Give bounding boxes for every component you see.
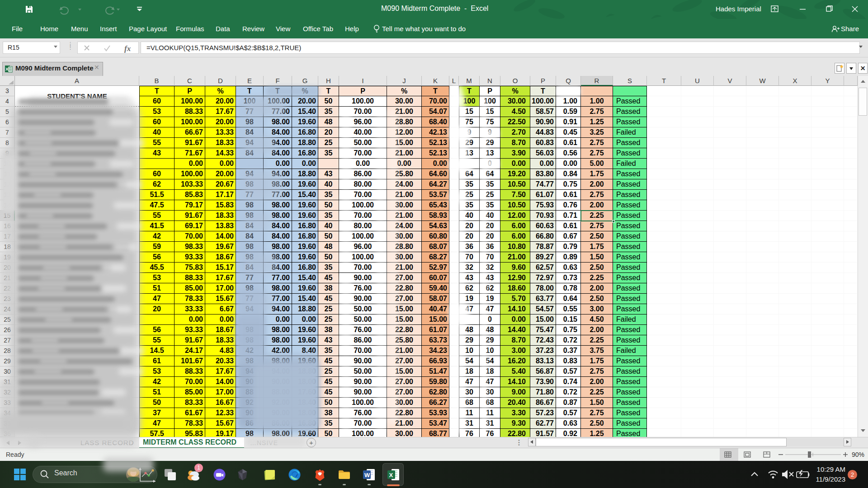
- svg-text:X: X: [5, 66, 9, 71]
- svg-text:X: X: [389, 472, 393, 479]
- svg-text:fx: fx: [124, 44, 131, 53]
- svg-text:W: W: [364, 472, 370, 479]
